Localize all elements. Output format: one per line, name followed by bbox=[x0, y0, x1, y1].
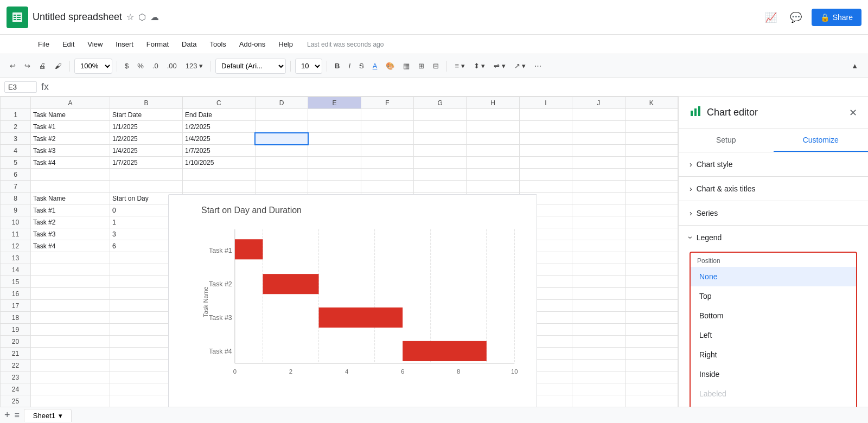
menu-insert[interactable]: Insert bbox=[110, 38, 139, 50]
cell-r2-c5[interactable] bbox=[308, 121, 361, 133]
cell-r8-c1[interactable]: Task Name bbox=[30, 193, 110, 204]
cell-r10-c1[interactable]: Task #2 bbox=[30, 216, 110, 228]
cell-r7-c2[interactable] bbox=[110, 181, 183, 193]
cell-r25-c11[interactable] bbox=[625, 395, 678, 407]
undo-button[interactable]: ↩ bbox=[7, 60, 19, 72]
cell-r19-c1[interactable] bbox=[30, 324, 110, 336]
paint-format-button[interactable]: 🖌 bbox=[52, 60, 65, 72]
cell-r3-c1[interactable]: Task #2 bbox=[30, 133, 110, 145]
cell-r5-c5[interactable] bbox=[308, 157, 361, 169]
cell-r6-c2[interactable] bbox=[110, 169, 183, 181]
underline-button[interactable]: A bbox=[369, 60, 381, 72]
halign-button[interactable]: ≡ ▾ bbox=[451, 60, 468, 72]
cell-r7-c8[interactable] bbox=[467, 181, 519, 193]
cell-r3-c7[interactable] bbox=[414, 133, 467, 145]
cell-r1-c1[interactable]: Task Name bbox=[30, 109, 110, 121]
cell-r7-c1[interactable] bbox=[30, 181, 110, 193]
position-option-left[interactable]: Left bbox=[691, 325, 856, 345]
cell-r6-c1[interactable] bbox=[30, 169, 110, 181]
cell-r3-c6[interactable] bbox=[361, 133, 413, 145]
cell-r11-c10[interactable] bbox=[572, 228, 625, 240]
cell-r7-c10[interactable] bbox=[572, 181, 625, 193]
cell-r23-c10[interactable] bbox=[572, 371, 625, 383]
cell-r14-c11[interactable] bbox=[625, 264, 678, 276]
share-button[interactable]: 🔒 Share bbox=[812, 9, 861, 26]
cell-r4-c4[interactable] bbox=[255, 145, 308, 157]
cell-r1-c7[interactable] bbox=[414, 109, 467, 121]
col-header-e[interactable]: E bbox=[308, 97, 361, 109]
section-chart-axis-titles-header[interactable]: › Chart & axis titles bbox=[679, 177, 868, 201]
cell-r16-c11[interactable] bbox=[625, 288, 678, 300]
cell-r5-c2[interactable]: 1/7/2025 bbox=[110, 157, 183, 169]
cell-r4-c11[interactable] bbox=[625, 145, 678, 157]
menu-edit[interactable]: Edit bbox=[57, 38, 80, 50]
italic-button[interactable]: I bbox=[345, 60, 354, 72]
cell-r1-c3[interactable]: End Date bbox=[182, 109, 255, 121]
cell-r3-c11[interactable] bbox=[625, 133, 678, 145]
cell-r6-c7[interactable] bbox=[414, 169, 467, 181]
menu-view[interactable]: View bbox=[82, 38, 108, 50]
format-more-button[interactable]: 123 ▾ bbox=[182, 60, 206, 72]
cell-r4-c9[interactable] bbox=[519, 145, 572, 157]
position-option-none[interactable]: None bbox=[691, 267, 856, 286]
menu-addons[interactable]: Add-ons bbox=[234, 38, 271, 50]
cell-r6-c6[interactable] bbox=[361, 169, 413, 181]
sheet-menu-button[interactable]: ≡ bbox=[15, 411, 20, 420]
cell-r5-c10[interactable] bbox=[572, 157, 625, 169]
cell-r12-c10[interactable] bbox=[572, 240, 625, 252]
wrap-button[interactable]: ⇌ ▾ bbox=[490, 60, 509, 72]
cell-r1-c2[interactable]: Start Date bbox=[110, 109, 183, 121]
menu-file[interactable]: File bbox=[33, 38, 55, 50]
cell-r21-c11[interactable] bbox=[625, 348, 678, 360]
cell-r4-c6[interactable] bbox=[361, 145, 413, 157]
cloud-icon[interactable]: ☁ bbox=[150, 12, 159, 22]
cell-r13-c11[interactable] bbox=[625, 252, 678, 264]
cell-r3-c4[interactable] bbox=[255, 133, 308, 145]
cell-r2-c3[interactable]: 1/2/2025 bbox=[182, 121, 255, 133]
cell-r24-c11[interactable] bbox=[625, 383, 678, 395]
cell-r7-c3[interactable] bbox=[182, 181, 255, 193]
cell-r1-c4[interactable] bbox=[255, 109, 308, 121]
valign-button[interactable]: ⬍ ▾ bbox=[470, 60, 489, 72]
col-header-k[interactable]: K bbox=[625, 97, 678, 109]
comments-icon[interactable]: 💬 bbox=[787, 8, 805, 27]
menu-format[interactable]: Format bbox=[141, 38, 174, 50]
percent-button[interactable]: % bbox=[134, 60, 147, 72]
cell-r4-c10[interactable] bbox=[572, 145, 625, 157]
cell-r17-c11[interactable] bbox=[625, 300, 678, 312]
strikethrough-button[interactable]: S bbox=[356, 60, 367, 72]
menu-tools[interactable]: Tools bbox=[204, 38, 231, 50]
cell-r14-c10[interactable] bbox=[572, 264, 625, 276]
cell-r6-c3[interactable] bbox=[182, 169, 255, 181]
cell-r18-c10[interactable] bbox=[572, 312, 625, 324]
tab-customize[interactable]: Customize bbox=[774, 129, 869, 152]
cell-r15-c11[interactable] bbox=[625, 276, 678, 288]
menu-data[interactable]: Data bbox=[176, 38, 202, 50]
decimal-decrease-button[interactable]: .0 bbox=[149, 60, 162, 72]
drive-icon[interactable]: ⬡ bbox=[138, 12, 146, 22]
cell-reference-input[interactable] bbox=[4, 81, 37, 93]
cell-r11-c11[interactable] bbox=[625, 228, 678, 240]
redo-button[interactable]: ↪ bbox=[21, 60, 34, 72]
cell-r10-c10[interactable] bbox=[572, 216, 625, 228]
cell-r8-c10[interactable] bbox=[572, 193, 625, 204]
borders-button[interactable]: ⊞ bbox=[415, 60, 427, 72]
cell-r6-c10[interactable] bbox=[572, 169, 625, 181]
bold-button[interactable]: B bbox=[331, 60, 343, 72]
cell-r1-c11[interactable] bbox=[625, 109, 678, 121]
cell-r7-c11[interactable] bbox=[625, 181, 678, 193]
cell-r9-c10[interactable] bbox=[572, 204, 625, 216]
col-header-a[interactable]: A bbox=[30, 97, 110, 109]
cell-r15-c10[interactable] bbox=[572, 276, 625, 288]
cell-r8-c11[interactable] bbox=[625, 193, 678, 204]
cell-r6-c8[interactable] bbox=[467, 169, 519, 181]
cell-r2-c8[interactable] bbox=[467, 121, 519, 133]
cell-r21-c1[interactable] bbox=[30, 348, 110, 360]
rotate-button[interactable]: ↗ ▾ bbox=[511, 60, 529, 72]
cell-r17-c1[interactable] bbox=[30, 300, 110, 312]
cell-r2-c9[interactable] bbox=[519, 121, 572, 133]
cell-r12-c11[interactable] bbox=[625, 240, 678, 252]
cell-r23-c11[interactable] bbox=[625, 371, 678, 383]
col-header-i[interactable]: I bbox=[519, 97, 572, 109]
cell-r2-c11[interactable] bbox=[625, 121, 678, 133]
